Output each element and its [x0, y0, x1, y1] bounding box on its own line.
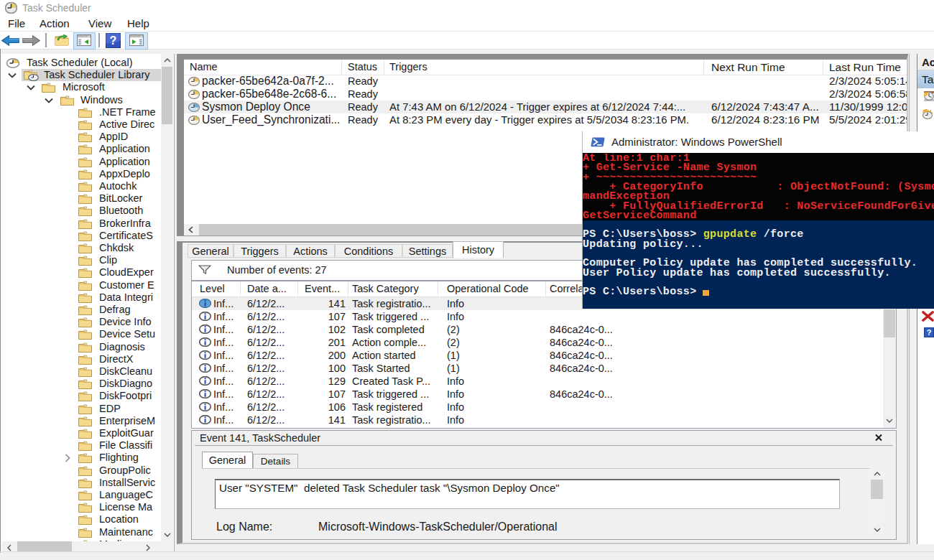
svg-text:?: ? [110, 34, 117, 47]
svg-text:?: ? [927, 328, 932, 337]
